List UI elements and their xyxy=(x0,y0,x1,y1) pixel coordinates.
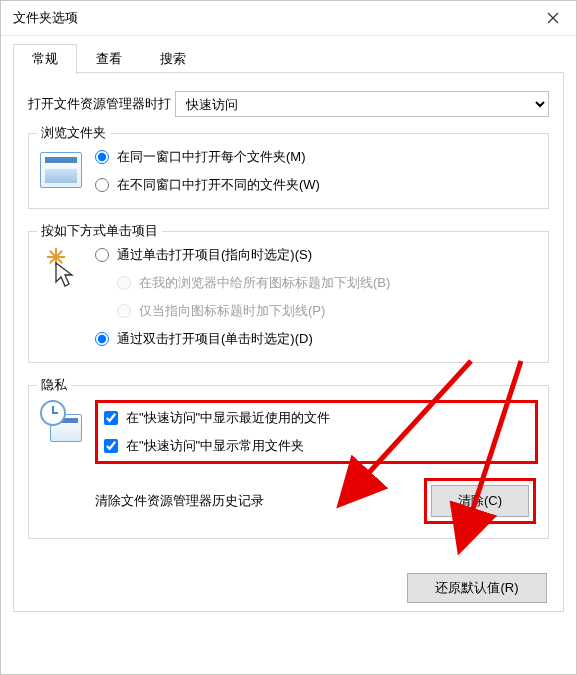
check-frequent-folders[interactable] xyxy=(104,439,118,453)
group-browse-title: 浏览文件夹 xyxy=(37,124,110,142)
clear-history-label: 清除文件资源管理器历史记录 xyxy=(95,492,264,510)
label-frequent-folders: 在"快速访问"中显示常用文件夹 xyxy=(126,437,304,455)
click-icon xyxy=(39,246,83,290)
label-underline-point: 仅当指向图标标题时加下划线(P) xyxy=(139,302,325,320)
label-recent-files: 在"快速访问"中显示最近使用的文件 xyxy=(126,409,330,427)
cursor-click-icon xyxy=(41,246,81,290)
open-explorer-select[interactable]: 快速访问 xyxy=(175,91,549,117)
group-privacy-title: 隐私 xyxy=(37,376,71,394)
clear-history-row: 清除文件资源管理器历史记录 清除(C) xyxy=(95,478,536,524)
folder-options-dialog: 文件夹选项 常规 查看 搜索 打开文件资源管理器时打 快速访问 浏览文件夹 xyxy=(0,0,577,675)
radio-double-click[interactable] xyxy=(95,332,109,346)
tab-general[interactable]: 常规 xyxy=(13,44,77,74)
radio-single-click[interactable] xyxy=(95,248,109,262)
group-click-title: 按如下方式单击项目 xyxy=(37,222,162,240)
window-folder-icon xyxy=(40,152,82,188)
tab-view[interactable]: 查看 xyxy=(77,44,141,74)
clear-button-highlight: 清除(C) xyxy=(424,478,536,524)
open-explorer-row: 打开文件资源管理器时打 快速访问 xyxy=(28,91,549,117)
label-single-click: 通过单击打开项目(指向时选定)(S) xyxy=(117,246,312,264)
close-button[interactable] xyxy=(530,1,576,35)
group-click-items: 按如下方式单击项目 通过单击打开项目(指向时选定)(S) xyxy=(28,231,549,363)
radio-underline-browser xyxy=(117,276,131,290)
browse-folder-icon xyxy=(39,148,83,192)
open-explorer-label: 打开文件资源管理器时打 xyxy=(28,95,171,113)
tab-panel-general: 打开文件资源管理器时打 快速访问 浏览文件夹 在同一窗口中打开每个文件夹(M) xyxy=(14,73,563,611)
window-title: 文件夹选项 xyxy=(13,9,78,27)
label-underline-browser: 在我的浏览器中给所有图标标题加下划线(B) xyxy=(139,274,390,292)
titlebar: 文件夹选项 xyxy=(1,1,576,36)
close-icon xyxy=(547,12,559,24)
privacy-checkboxes-highlight: 在"快速访问"中显示最近使用的文件 在"快速访问"中显示常用文件夹 xyxy=(95,400,538,464)
tab-search[interactable]: 搜索 xyxy=(141,44,205,74)
tabstrip: 常规 查看 搜索 xyxy=(1,36,576,74)
check-recent-files[interactable] xyxy=(104,411,118,425)
radio-underline-point xyxy=(117,304,131,318)
clock-folder-icon xyxy=(40,400,82,444)
radio-own-window[interactable] xyxy=(95,178,109,192)
restore-defaults-row: 还原默认值(R) xyxy=(407,573,547,603)
label-own-window: 在不同窗口中打开不同的文件夹(W) xyxy=(117,176,320,194)
radio-same-window[interactable] xyxy=(95,150,109,164)
label-same-window: 在同一窗口中打开每个文件夹(M) xyxy=(117,148,306,166)
privacy-icon-wrap xyxy=(39,400,83,444)
restore-defaults-button[interactable]: 还原默认值(R) xyxy=(407,573,547,603)
group-privacy: 隐私 在"快速访问"中显示最近使用的文件 xyxy=(28,385,549,539)
clear-button[interactable]: 清除(C) xyxy=(431,485,529,517)
label-double-click: 通过双击打开项目(单击时选定)(D) xyxy=(117,330,313,348)
group-browse-folders: 浏览文件夹 在同一窗口中打开每个文件夹(M) 在不同窗口中打开不同的文件夹(W) xyxy=(28,133,549,209)
